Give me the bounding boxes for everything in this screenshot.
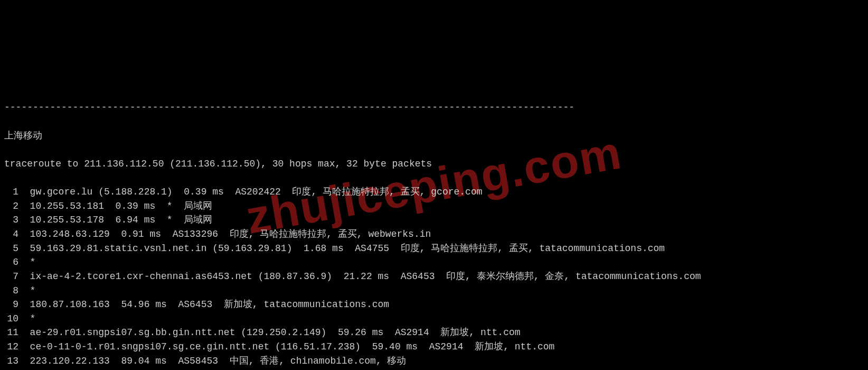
traceroute-hop-row: 7ix-ae-4-2.tcore1.cxr-chennai.as6453.net… — [4, 270, 864, 284]
hop-content: * — [18, 312, 35, 326]
hops-container: 1gw.gcore.lu (5.188.228.1) 0.39 ms AS202… — [4, 185, 864, 370]
traceroute-hop-row: 14* — [4, 368, 864, 370]
hop-number: 1 — [4, 185, 18, 199]
terminal-output: ----------------------------------------… — [4, 87, 864, 370]
hop-number: 7 — [4, 270, 18, 284]
traceroute-hop-row: 1gw.gcore.lu (5.188.228.1) 0.39 ms AS202… — [4, 185, 864, 199]
hop-number: 4 — [4, 227, 18, 242]
hop-content: ae-29.r01.sngpsi07.sg.bb.gin.ntt.net (12… — [18, 326, 521, 340]
traceroute-hop-row: 6* — [4, 255, 864, 270]
hop-number: 5 — [4, 242, 18, 256]
traceroute-header: traceroute to 211.136.112.50 (211.136.11… — [4, 157, 864, 171]
traceroute-hop-row: 310.255.53.178 6.94 ms * 局域网 — [4, 213, 864, 227]
hop-number: 2 — [4, 199, 18, 214]
traceroute-hop-row: 210.255.53.181 0.39 ms * 局域网 — [4, 199, 864, 214]
traceroute-hop-row: 8* — [4, 284, 864, 298]
traceroute-hop-row: 9180.87.108.163 54.96 ms AS6453 新加坡, tat… — [4, 298, 864, 312]
hop-content: 223.120.22.133 89.04 ms AS58453 中国, 香港, … — [18, 354, 407, 368]
hop-number: 12 — [4, 340, 18, 354]
hop-content: gw.gcore.lu (5.188.228.1) 0.39 ms AS2024… — [18, 185, 483, 199]
hop-number: 8 — [4, 284, 18, 298]
traceroute-hop-row: 12ce-0-11-0-1.r01.sngpsi07.sg.ce.gin.ntt… — [4, 340, 864, 354]
hop-number: 9 — [4, 298, 18, 312]
traceroute-hop-row: 4103.248.63.129 0.91 ms AS133296 印度, 马哈拉… — [4, 227, 864, 242]
hop-number: 6 — [4, 255, 18, 270]
hop-content: 10.255.53.178 6.94 ms * 局域网 — [18, 213, 212, 227]
hop-number: 3 — [4, 213, 18, 227]
hop-content: * — [18, 368, 35, 370]
traceroute-hop-row: 11ae-29.r01.sngpsi07.sg.bb.gin.ntt.net (… — [4, 326, 864, 340]
hop-content: 10.255.53.181 0.39 ms * 局域网 — [18, 199, 212, 214]
hop-content: 180.87.108.163 54.96 ms AS6453 新加坡, tata… — [18, 298, 389, 312]
hop-number: 10 — [4, 312, 18, 326]
traceroute-hop-row: 13223.120.22.133 89.04 ms AS58453 中国, 香港… — [4, 354, 864, 368]
hop-content: 59.163.29.81.static.vsnl.net.in (59.163.… — [18, 242, 665, 256]
hop-content: * — [18, 284, 35, 298]
hop-number: 11 — [4, 326, 18, 340]
hop-number: 13 — [4, 354, 18, 368]
traceroute-hop-row: 10* — [4, 312, 864, 326]
hop-content: ix-ae-4-2.tcore1.cxr-chennai.as6453.net … — [18, 270, 701, 284]
location-header: 上海移动 — [4, 129, 864, 143]
hop-content: * — [18, 255, 35, 270]
separator-line: ----------------------------------------… — [4, 100, 864, 115]
hop-content: 103.248.63.129 0.91 ms AS133296 印度, 马哈拉施… — [18, 227, 431, 242]
hop-number: 14 — [4, 368, 18, 370]
hop-content: ce-0-11-0-1.r01.sngpsi07.sg.ce.gin.ntt.n… — [18, 340, 554, 354]
traceroute-hop-row: 559.163.29.81.static.vsnl.net.in (59.163… — [4, 242, 864, 256]
